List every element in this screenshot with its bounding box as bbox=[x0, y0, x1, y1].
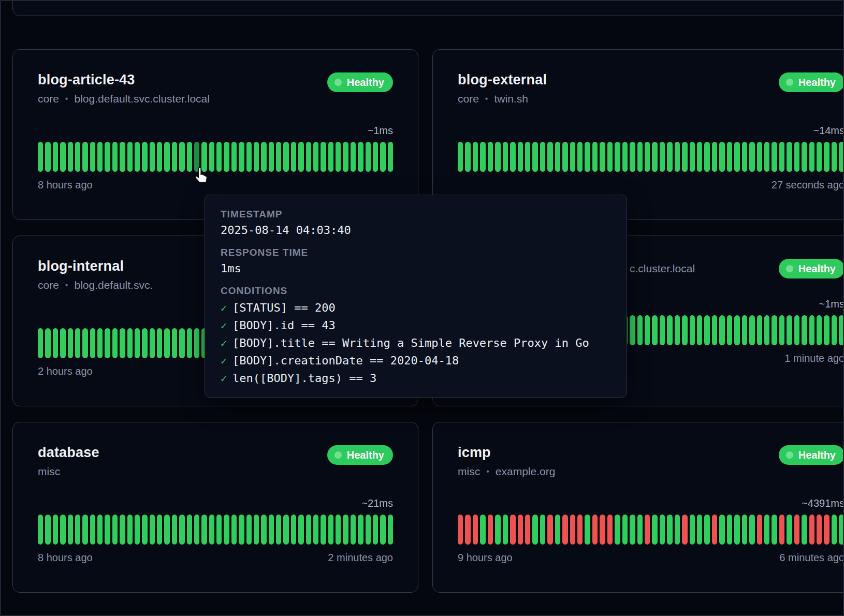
up-bar[interactable] bbox=[630, 315, 635, 345]
up-bar[interactable] bbox=[690, 315, 695, 345]
up-bar[interactable] bbox=[276, 515, 281, 545]
up-bar[interactable] bbox=[298, 515, 303, 545]
up-bar[interactable] bbox=[45, 142, 50, 172]
up-bar[interactable] bbox=[343, 142, 348, 172]
up-bar[interactable] bbox=[187, 328, 192, 358]
up-bar[interactable] bbox=[187, 142, 192, 172]
up-bar[interactable] bbox=[224, 515, 229, 545]
up-bar[interactable] bbox=[675, 515, 680, 545]
up-bar[interactable] bbox=[179, 142, 184, 172]
up-bar[interactable] bbox=[135, 515, 140, 545]
up-bar[interactable] bbox=[172, 515, 177, 545]
up-bar[interactable] bbox=[480, 142, 485, 172]
up-bar[interactable] bbox=[373, 142, 378, 172]
up-bar[interactable] bbox=[351, 515, 356, 545]
up-bar[interactable] bbox=[328, 515, 333, 545]
up-bar[interactable] bbox=[458, 142, 463, 172]
uptime-bars-strip[interactable] bbox=[458, 142, 844, 172]
up-bar[interactable] bbox=[652, 515, 657, 545]
down-bar[interactable] bbox=[473, 515, 478, 545]
up-bar[interactable] bbox=[90, 515, 95, 545]
up-bar[interactable] bbox=[764, 315, 769, 345]
down-bar[interactable] bbox=[488, 515, 493, 545]
up-bar[interactable] bbox=[779, 315, 784, 345]
up-bar[interactable] bbox=[532, 515, 537, 545]
up-bar[interactable] bbox=[839, 142, 844, 172]
up-bar[interactable] bbox=[120, 515, 125, 545]
up-bar[interactable] bbox=[570, 142, 575, 172]
up-bar[interactable] bbox=[164, 328, 169, 358]
up-bar[interactable] bbox=[742, 142, 747, 172]
up-bar[interactable] bbox=[82, 328, 88, 358]
up-bar[interactable] bbox=[824, 142, 829, 172]
endpoint-card[interactable]: database misc Healthy ~21ms 8 hours ago … bbox=[12, 422, 418, 593]
up-bar[interactable] bbox=[105, 328, 110, 358]
up-bar[interactable] bbox=[465, 142, 470, 172]
up-bar[interactable] bbox=[660, 315, 665, 345]
up-bar[interactable] bbox=[473, 142, 478, 172]
up-bar[interactable] bbox=[38, 515, 43, 545]
up-bar[interactable] bbox=[712, 315, 717, 345]
up-bar[interactable] bbox=[749, 315, 754, 345]
up-bar[interactable] bbox=[734, 315, 739, 345]
up-bar[interactable] bbox=[164, 142, 169, 172]
up-bar[interactable] bbox=[622, 515, 628, 545]
up-bar[interactable] bbox=[120, 142, 125, 172]
uptime-bars-strip[interactable] bbox=[458, 515, 844, 545]
up-bar[interactable] bbox=[660, 515, 665, 545]
down-bar[interactable] bbox=[779, 515, 784, 545]
up-bar[interactable] bbox=[652, 315, 657, 345]
down-bar[interactable] bbox=[757, 515, 762, 545]
up-bar[interactable] bbox=[704, 515, 709, 545]
up-bar[interactable] bbox=[112, 515, 118, 545]
up-bar[interactable] bbox=[224, 142, 229, 172]
down-bar[interactable] bbox=[562, 515, 567, 545]
up-bar[interactable] bbox=[764, 142, 769, 172]
up-bar[interactable] bbox=[358, 142, 363, 172]
up-bar[interactable] bbox=[97, 142, 103, 172]
up-bar[interactable] bbox=[697, 142, 702, 172]
up-bar[interactable] bbox=[547, 142, 552, 172]
up-bar[interactable] bbox=[45, 328, 50, 358]
up-bar[interactable] bbox=[577, 142, 583, 172]
up-bar[interactable] bbox=[216, 142, 222, 172]
up-bar[interactable] bbox=[734, 142, 739, 172]
up-bar[interactable] bbox=[351, 142, 356, 172]
up-bar[interactable] bbox=[682, 142, 687, 172]
up-bar[interactable] bbox=[313, 515, 318, 545]
up-bar[interactable] bbox=[824, 315, 829, 345]
up-bar[interactable] bbox=[105, 515, 110, 545]
up-bar[interactable] bbox=[97, 328, 103, 358]
up-bar[interactable] bbox=[388, 515, 393, 545]
up-bar[interactable] bbox=[291, 515, 296, 545]
up-bar[interactable] bbox=[772, 315, 777, 345]
up-bar[interactable] bbox=[525, 142, 530, 172]
up-bar[interactable] bbox=[90, 142, 95, 172]
uptime-bars-strip[interactable] bbox=[38, 515, 393, 545]
up-bar[interactable] bbox=[607, 142, 613, 172]
up-bar[interactable] bbox=[832, 315, 837, 345]
down-bar[interactable] bbox=[465, 515, 470, 545]
up-bar[interactable] bbox=[283, 515, 288, 545]
up-bar[interactable] bbox=[239, 515, 244, 545]
up-bar[interactable] bbox=[261, 515, 266, 545]
down-bar[interactable] bbox=[600, 515, 605, 545]
up-bar[interactable] bbox=[179, 328, 184, 358]
up-bar[interactable] bbox=[283, 142, 288, 172]
up-bar[interactable] bbox=[622, 142, 628, 172]
up-bar[interactable] bbox=[246, 142, 252, 172]
down-bar[interactable] bbox=[607, 515, 613, 545]
up-bar[interactable] bbox=[585, 515, 590, 545]
up-bar[interactable] bbox=[142, 515, 147, 545]
up-bar[interactable] bbox=[60, 515, 65, 545]
up-bar[interactable] bbox=[630, 142, 635, 172]
up-bar[interactable] bbox=[615, 515, 620, 545]
up-bar[interactable] bbox=[704, 142, 709, 172]
up-bar[interactable] bbox=[809, 315, 814, 345]
up-bar[interactable] bbox=[388, 142, 393, 172]
up-bar[interactable] bbox=[540, 142, 545, 172]
up-bar[interactable] bbox=[150, 142, 155, 172]
up-bar[interactable] bbox=[127, 515, 133, 545]
up-bar[interactable] bbox=[373, 515, 378, 545]
up-bar[interactable] bbox=[817, 315, 822, 345]
